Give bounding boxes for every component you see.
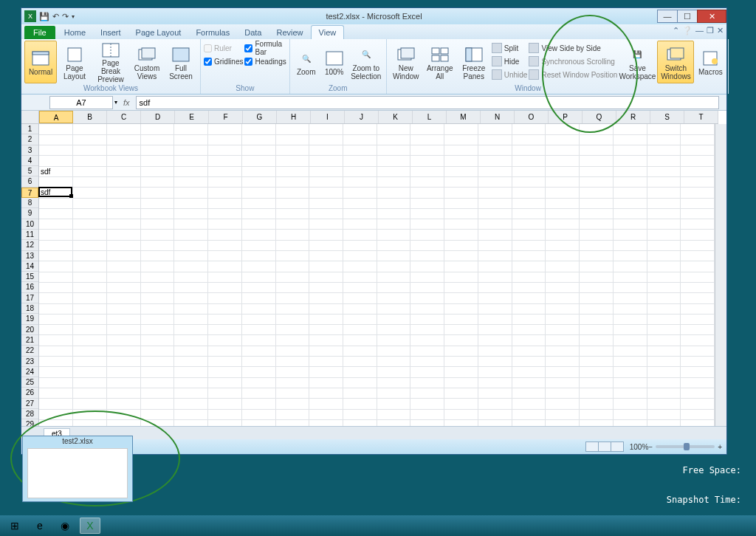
row-header[interactable]: 10 <box>21 219 38 230</box>
taskbar-preview[interactable]: test2.xlsx <box>22 436 133 502</box>
column-header[interactable]: L <box>413 111 447 123</box>
column-header[interactable]: G <box>243 111 277 123</box>
new-window-button[interactable]: New Window <box>390 41 422 83</box>
row-header[interactable]: 11 <box>21 230 38 240</box>
excel-taskbar-icon[interactable]: X <box>80 518 100 534</box>
name-box[interactable]: A7 <box>49 96 113 109</box>
row-header[interactable]: 8 <box>21 198 38 208</box>
tab-view[interactable]: View <box>311 25 345 39</box>
row-header[interactable]: 3 <box>21 145 38 156</box>
zoom-100-button[interactable]: 100% <box>321 41 348 83</box>
column-header[interactable]: R <box>616 111 650 123</box>
row-header[interactable]: 25 <box>21 377 38 388</box>
zoom-out-icon[interactable]: − <box>648 443 653 451</box>
column-header[interactable]: S <box>650 111 684 123</box>
doc-close-icon[interactable]: ✕ <box>717 26 724 35</box>
vertical-scrollbar[interactable] <box>715 124 726 426</box>
row-header[interactable]: 19 <box>21 314 38 324</box>
column-header[interactable]: H <box>277 111 311 123</box>
row-header[interactable]: 29 <box>21 419 38 426</box>
column-header[interactable]: B <box>73 111 107 123</box>
select-all-corner[interactable] <box>21 111 39 124</box>
column-header[interactable]: F <box>209 111 243 123</box>
row-header[interactable]: 16 <box>21 282 38 292</box>
macros-button[interactable]: Macros <box>695 41 725 83</box>
arrange-all-button[interactable]: Arrange All <box>424 41 456 83</box>
freeze-panes-button[interactable]: Freeze Panes <box>458 41 490 83</box>
column-header[interactable]: Q <box>583 111 616 123</box>
tab-review[interactable]: Review <box>269 26 310 39</box>
full-screen-button[interactable]: Full Screen <box>165 41 197 83</box>
doc-minimize-icon[interactable]: — <box>695 26 704 35</box>
page-layout-button[interactable]: Page Layout <box>58 41 91 83</box>
unhide-button[interactable]: Unhide <box>492 69 528 80</box>
row-header[interactable]: 14 <box>21 261 38 272</box>
fx-icon[interactable]: fx <box>123 98 130 107</box>
column-header[interactable]: T <box>684 111 718 123</box>
formula-input[interactable]: sdf <box>136 96 719 109</box>
page-break-button[interactable]: Page Break Preview <box>92 41 129 83</box>
column-header[interactable]: D <box>141 111 175 123</box>
sync-scrolling-button[interactable]: Synchronous Scrolling <box>529 55 617 67</box>
redo-icon[interactable]: ↷ <box>62 12 69 21</box>
column-header[interactable]: O <box>515 111 549 123</box>
column-header[interactable]: N <box>481 111 515 123</box>
name-box-dropdown-icon[interactable]: ▾ <box>114 99 117 106</box>
row-header[interactable]: 9 <box>21 208 38 219</box>
row-header[interactable]: 4 <box>21 156 38 166</box>
row-header[interactable]: 12 <box>21 240 38 250</box>
qat-dropdown-icon[interactable]: ▾ <box>72 13 75 20</box>
column-header[interactable]: J <box>345 111 379 123</box>
save-icon[interactable]: 💾 <box>39 12 49 21</box>
help-icon[interactable]: ❔ <box>682 26 693 35</box>
row-header[interactable]: 15 <box>21 272 38 282</box>
cell-grid[interactable]: sdfsdf <box>39 124 715 426</box>
column-header[interactable]: K <box>379 111 413 123</box>
column-header[interactable]: E <box>175 111 209 123</box>
file-tab[interactable]: File <box>24 26 55 39</box>
undo-icon[interactable]: ↶ <box>52 12 59 21</box>
view-page-layout-icon[interactable] <box>598 441 611 452</box>
zoom-slider[interactable]: − + <box>648 443 722 451</box>
row-header[interactable]: 27 <box>21 399 38 409</box>
row-header[interactable]: 28 <box>21 409 38 419</box>
row-header[interactable]: 1 <box>21 124 38 134</box>
column-header[interactable]: A <box>39 111 73 123</box>
view-side-by-side-button[interactable]: View Side by Side <box>529 42 617 54</box>
zoom-in-icon[interactable]: + <box>718 443 722 451</box>
switch-windows-button[interactable]: Switch Windows <box>657 41 694 83</box>
row-header[interactable]: 23 <box>21 357 38 367</box>
row-header[interactable]: 22 <box>21 346 38 356</box>
view-normal-icon[interactable] <box>585 441 599 452</box>
split-button[interactable]: Split <box>492 42 528 54</box>
row-header[interactable]: 26 <box>21 388 38 398</box>
normal-view-button[interactable]: Normal <box>24 41 57 83</box>
row-header[interactable]: 2 <box>21 134 38 145</box>
zoom-level[interactable]: 100% <box>630 443 649 451</box>
minimize-button[interactable]: — <box>657 10 678 23</box>
gridlines-checkbox[interactable]: Gridlines <box>204 55 243 67</box>
doc-restore-icon[interactable]: ❐ <box>707 26 714 35</box>
tab-home[interactable]: Home <box>57 26 93 39</box>
headings-checkbox[interactable]: Headings <box>244 55 286 67</box>
minimize-ribbon-icon[interactable]: ⌃ <box>673 26 679 35</box>
taskbar[interactable]: ⊞ e ◉ X <box>0 515 756 536</box>
reset-window-position-button[interactable]: Reset Window Position <box>529 69 617 80</box>
formula-bar-checkbox[interactable]: Formula Bar <box>244 42 286 54</box>
save-workspace-button[interactable]: 💾 Save Workspace <box>619 41 656 83</box>
maximize-button[interactable]: ☐ <box>677 10 698 23</box>
row-header[interactable]: 5 <box>21 166 38 176</box>
row-header[interactable]: 6 <box>21 176 38 187</box>
zoom-button[interactable]: 🔍 Zoom <box>293 41 320 83</box>
row-header[interactable]: 18 <box>21 303 38 314</box>
chrome-icon[interactable]: ◉ <box>55 518 75 534</box>
start-button[interactable]: ⊞ <box>4 518 25 534</box>
hide-button[interactable]: Hide <box>492 55 528 67</box>
column-header[interactable]: I <box>311 111 345 123</box>
column-header[interactable]: M <box>447 111 481 123</box>
tab-insert[interactable]: Insert <box>93 26 128 39</box>
custom-views-button[interactable]: Custom Views <box>131 41 163 83</box>
row-header[interactable]: 7 <box>21 188 38 198</box>
column-header[interactable]: P <box>549 111 583 123</box>
tab-data[interactable]: Data <box>237 26 269 39</box>
